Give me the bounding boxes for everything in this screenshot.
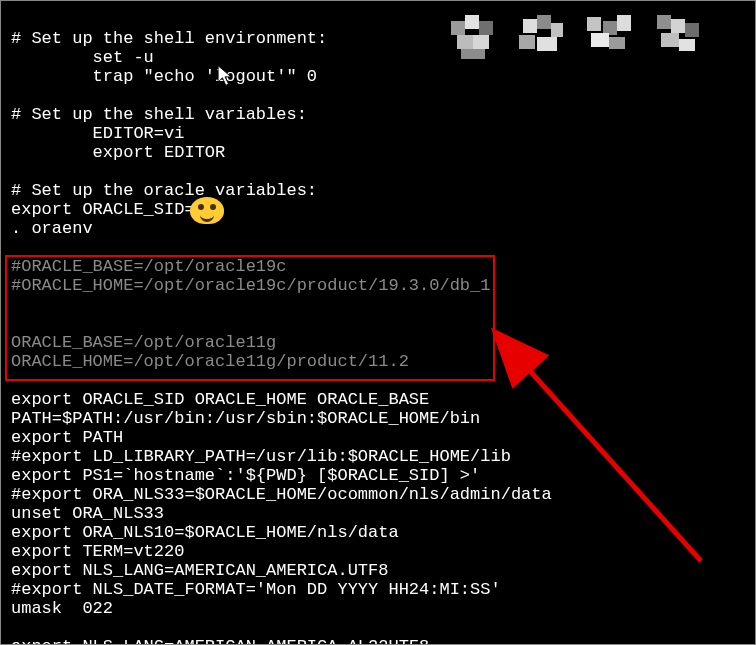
code-line: #export ORA_NLS33=$ORACLE_HOME/ocommon/n… — [11, 485, 552, 504]
code-line: PATH=$PATH:/usr/bin:/usr/sbin:$ORACLE_HO… — [11, 409, 480, 428]
code-line: umask 022 — [11, 599, 113, 618]
code-line: set -u — [11, 48, 154, 67]
code-line: export ORACLE_SID= — [11, 200, 195, 219]
code-line: . oraenv — [11, 219, 93, 238]
code-line: unset ORA_NLS33 — [11, 504, 164, 523]
terminal-window: # Set up the shell environment: set -u t… — [0, 0, 756, 645]
code-line-dim: ORACLE_BASE=/opt/oracle11g — [11, 333, 276, 352]
code-line-dim: ORACLE_HOME=/opt/oracle11g/product/11.2 — [11, 352, 409, 371]
code-line: EDITOR=vi — [11, 124, 184, 143]
terminal-content[interactable]: # Set up the shell environment: set -u t… — [11, 10, 552, 645]
code-line: export NLS_LANG=AMERICAN_AMERICA.AL32UTF… — [11, 637, 429, 645]
code-line: # Set up the oracle variables: — [11, 181, 317, 200]
code-line: export NLS_LANG=AMERICAN_AMERICA.UTF8 — [11, 561, 388, 580]
obscured-block — [587, 15, 637, 61]
code-line: # Set up the shell variables: — [11, 105, 307, 124]
code-line: trap "echo 'logout'" 0 — [11, 67, 317, 86]
code-line: # Set up the shell environment: — [11, 29, 327, 48]
code-line: #export LD_LIBRARY_PATH=/usr/lib:$ORACLE… — [11, 447, 511, 466]
obscured-block — [655, 15, 705, 61]
code-line: export PATH — [11, 428, 123, 447]
code-line: export ORA_NLS10=$ORACLE_HOME/nls/data — [11, 523, 399, 542]
code-line: export EDITOR — [11, 143, 225, 162]
code-line: export PS1=`hostname`:'${PWD} [$ORACLE_S… — [11, 466, 480, 485]
code-line: export TERM=vt220 — [11, 542, 184, 561]
code-line: #export NLS_DATE_FORMAT='Mon DD YYYY HH2… — [11, 580, 501, 599]
code-line-commented: #ORACLE_HOME=/opt/oracle19c/product/19.3… — [11, 276, 490, 295]
code-line: export ORACLE_SID ORACLE_HOME ORACLE_BAS… — [11, 390, 429, 409]
code-line-commented: #ORACLE_BASE=/opt/oracle19c — [11, 257, 286, 276]
